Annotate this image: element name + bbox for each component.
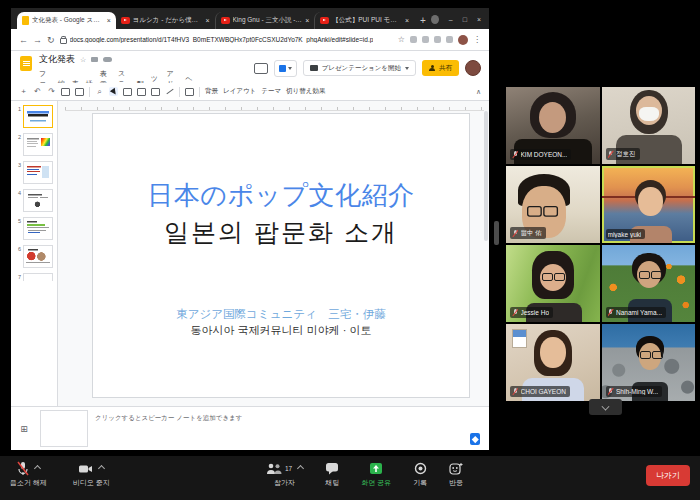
browser-tab-slides[interactable]: 文化発表 - Google スライド × [17, 12, 116, 29]
extension-icon[interactable] [422, 36, 429, 43]
chat-button[interactable]: 채팅 [325, 461, 339, 488]
current-slide-canvas[interactable]: 日本のポップ文化紹介 일본의 팝문화 소개 東アジア国際コミュニティ 三宅・伊藤… [92, 113, 470, 398]
scene-shape [630, 90, 668, 134]
insert-image-icon[interactable] [137, 88, 146, 96]
tab-close-icon[interactable]: × [405, 17, 409, 24]
slide-filmstrip: 1 2 3 4 5 [11, 101, 58, 406]
canvas-scrollbar[interactable] [484, 111, 488, 241]
forward-icon[interactable]: → [33, 35, 42, 45]
record-button[interactable]: 기록 [413, 461, 427, 488]
extension-icon[interactable] [410, 36, 417, 43]
leave-meeting-button[interactable]: 나가기 [646, 465, 690, 486]
grid-view-icon[interactable]: ⊞ [15, 410, 33, 447]
tab-close-icon[interactable]: × [205, 17, 209, 24]
stop-video-button[interactable]: 비디오 중지 [73, 461, 110, 488]
start-presentation-button[interactable]: プレゼンテーションを開始 [303, 60, 416, 76]
paint-format-icon[interactable] [75, 88, 84, 96]
maximize-button[interactable]: □ [463, 16, 467, 23]
comment-icon[interactable] [185, 88, 194, 96]
toolbar-divider [89, 87, 90, 97]
screen-icon [310, 65, 318, 71]
speaker-notes-input[interactable]: クリックするとスピーカー ノートを追加できます [95, 410, 481, 447]
chevron-up-icon[interactable] [34, 465, 41, 472]
share-screen-label: 화면 공유 [361, 478, 391, 488]
participant-video[interactable]: KIM DOYEON... [506, 87, 600, 164]
star-document-icon[interactable]: ☆ [80, 56, 86, 64]
extension-icon[interactable] [434, 36, 441, 43]
chevron-up-icon[interactable] [98, 465, 105, 472]
bookmark-star-icon[interactable]: ☆ [398, 35, 405, 44]
camera-icon [78, 463, 93, 475]
participant-video[interactable]: CHOI GAYEON [506, 324, 600, 401]
participant-video[interactable]: 畠中 佑 [506, 166, 600, 243]
chevron-up-icon[interactable] [297, 465, 304, 472]
document-title[interactable]: 文化発表 [39, 53, 75, 66]
participant-video[interactable]: 정호진 [602, 87, 696, 164]
google-slides-logo[interactable] [20, 56, 32, 71]
close-button[interactable]: × [477, 16, 481, 23]
browser-tab-youtube-1[interactable]: ヨルシカ - だから僕は音楽を辞めた × [116, 12, 215, 29]
share-screen-button[interactable]: 화면 공유 [361, 461, 391, 488]
tab-close-icon[interactable]: × [305, 17, 309, 24]
slide-subtitle-korean[interactable]: 동아시아 국제커뮤니티 미야케 · 이토 [93, 323, 469, 338]
slides-app-header: 文化発表 ☆ ファイル 編集 表示 挿入 表示形式 スライド 配置 ツール アド… [11, 51, 489, 83]
share-screen-icon [369, 462, 383, 475]
present-mode-button[interactable] [274, 60, 297, 77]
slide-subtitle-japanese[interactable]: 東アジア国際コミュニティ 三宅・伊藤 [93, 307, 469, 322]
slide-thumbnail-4[interactable] [23, 189, 53, 212]
participant-video-active-speaker[interactable]: miyake yuki [602, 166, 696, 243]
collapse-toolbar-icon[interactable]: ∧ [476, 88, 481, 96]
explore-icon[interactable] [470, 433, 480, 445]
slide-thumbnail-1[interactable] [23, 105, 53, 128]
browser-tab-youtube-3[interactable]: 【公式】PUI PUI モルカー 第1話 × [314, 12, 414, 29]
insert-line-icon[interactable] [165, 87, 174, 96]
slide-title-japanese[interactable]: 日本のポップ文化紹介 [93, 178, 469, 213]
reload-icon[interactable]: ↻ [47, 35, 55, 45]
browser-profile-icon[interactable] [431, 15, 439, 24]
slide-thumbnail-5[interactable] [23, 217, 53, 240]
unmute-button[interactable]: 음소거 해제 [10, 461, 47, 488]
back-icon[interactable]: ← [19, 35, 28, 45]
account-avatar[interactable] [465, 60, 481, 76]
new-slide-icon[interactable]: + [19, 87, 28, 96]
layout-button[interactable]: レイアウト [223, 87, 256, 96]
background-button[interactable]: 背景 [205, 87, 218, 96]
select-cursor-icon[interactable] [109, 87, 118, 96]
reactions-button[interactable]: 반응 [449, 461, 463, 488]
slide-thumbnail-2[interactable] [23, 133, 53, 156]
insert-shape-icon[interactable] [151, 88, 160, 96]
youtube-favicon [221, 17, 230, 24]
panel-resize-handle[interactable] [494, 221, 499, 245]
browser-menu-icon[interactable]: ⋮ [473, 35, 481, 44]
move-folder-icon[interactable] [91, 57, 98, 62]
undo-icon[interactable]: ↶ [33, 87, 42, 96]
zoom-icon[interactable]: ⌕ [95, 87, 104, 96]
minimize-button[interactable]: – [449, 16, 453, 23]
share-button[interactable]: 共有 [422, 60, 459, 76]
extension-icon[interactable] [446, 36, 453, 43]
tab-close-icon[interactable]: × [107, 17, 111, 24]
present-display-icon[interactable] [254, 63, 268, 74]
chat-label: 채팅 [325, 478, 339, 488]
slide-title-korean[interactable]: 일본의 팝문화 소개 [93, 216, 469, 249]
redo-icon[interactable]: ↷ [47, 87, 56, 96]
participant-video[interactable]: Jessie Ho [506, 245, 600, 322]
browser-avatar[interactable] [458, 35, 468, 45]
slide-thumbnail-7[interactable] [23, 273, 53, 281]
participant-name-badge: 정호진 [606, 148, 640, 160]
theme-button[interactable]: テーマ [261, 87, 281, 96]
participant-video[interactable]: Nanami Yama... [602, 245, 696, 322]
text-box-icon[interactable] [123, 88, 132, 96]
print-icon[interactable] [61, 88, 70, 96]
browser-tab-youtube-2[interactable]: King Gnu - 三文小説 - YouTube × [215, 12, 315, 29]
more-participants-chevron-button[interactable] [589, 399, 622, 415]
new-tab-button[interactable]: + [420, 15, 426, 26]
slide-thumbnail-6[interactable] [23, 245, 53, 268]
participant-video[interactable]: Shih-Ming W... [602, 324, 696, 401]
transition-button[interactable]: 切り替え効果 [286, 87, 325, 96]
slide-thumbnail-3[interactable] [23, 161, 53, 184]
person-icon [429, 65, 435, 72]
participant-name-badge: CHOI GAYEON [510, 386, 570, 397]
participants-button[interactable]: 17 참가자 [266, 461, 303, 488]
url-omnibox[interactable]: docs.google.com/presentation/d/1T4fHV3_B… [60, 36, 393, 44]
